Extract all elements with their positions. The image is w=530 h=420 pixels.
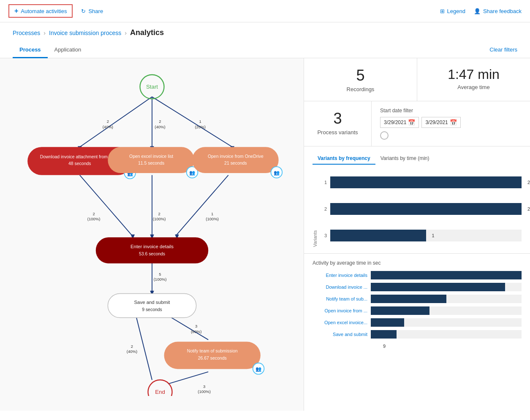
activity-row-3: Notify team of sub... 27 [313,295,522,303]
activity-fill-6 [371,330,397,339]
activity-label-6: Save and submit [313,332,367,337]
activity-row-2: Download invoice ... 48 [313,283,522,291]
edge-label-dl-det-num: 2 [92,211,95,216]
variants-label: Process variants [313,129,363,135]
toggle-button[interactable] [380,131,389,140]
activity-row-5: Open excel invoice... 12 [313,318,522,327]
chart-tab-time[interactable]: Variants by time (min) [375,153,435,165]
automate-label: Automate activities [21,8,67,14]
bar-container-3: 1 [330,230,522,241]
chart-y-label: Variants [313,171,318,247]
legend-button[interactable]: ⊞ Legend [440,8,465,14]
chart-tab-frequency[interactable]: Variants by frequency [313,153,375,165]
calendar-from-icon: 📅 [408,119,415,126]
breadcrumb-invoice[interactable]: Invoice submission process [49,30,121,36]
automate-button[interactable]: + Automate activities [8,4,73,18]
date-to-input[interactable]: 3/29/2021 📅 [421,117,460,128]
edge-label-s-od-num: 1 [199,119,201,124]
recordings-count: 5 [313,67,408,84]
recordings-stat: 5 Recordings [304,58,417,101]
activity-fill-4 [371,306,429,315]
avg-time-value: 1:47 min [426,67,522,82]
edge-label-save-end-num: 2 [131,344,133,349]
chart-tabs: Variants by frequency Variants by time (… [313,153,522,165]
breadcrumb: Processes › Invoice submission process ›… [0,22,530,43]
excel-label-2: 11.5 seconds [138,161,164,165]
excel-icon: 👥 [189,170,196,176]
onedrive-label-2: 21 seconds [224,161,247,165]
breadcrumb-current: Analytics [130,28,164,37]
edge-label-od-det-num: 1 [211,211,213,216]
breadcrumb-sep1: › [43,30,46,36]
bar-container-1: 2 [330,176,522,188]
edge-label-det-save-pct: (100%) [154,277,167,282]
variants-bar-chart: Variants 1 2 2 2 [313,171,522,247]
details-label-1: Enter invoice details [130,244,174,249]
activity-chart-title: Activity by average time in sec [313,260,522,266]
save-node-bg [108,293,196,317]
notify-node-bg [164,342,261,369]
bar-label-1: 1 [322,180,327,185]
activity-label-4: Open invoice from ... [313,308,367,313]
variants-row: 3 Process variants Start date filter 3/2… [304,101,530,146]
calendar-to-icon: 📅 [450,119,457,126]
svg-line-5 [176,175,228,236]
tab-application[interactable]: Application [48,43,88,58]
breadcrumb-processes[interactable]: Processes [13,30,40,36]
activity-bar-5: 12 [371,318,522,327]
start-label: Start [146,84,158,90]
avg-time-stat: 1:47 min Average time [417,58,530,101]
activity-fill-2 [371,283,505,291]
stats-row: 5 Recordings 1:47 min Average time [304,58,530,101]
date-from-input[interactable]: 3/29/2021 📅 [380,117,419,128]
feedback-button[interactable]: 👤 Share feedback [474,8,522,14]
legend-icon: ⊞ [440,8,445,14]
bar-row-2: 2 2 [322,203,522,215]
bar-value-2: 2 [527,206,530,211]
onedrive-icon: 👥 [274,170,280,176]
clear-filters-button[interactable]: Clear filters [489,46,517,53]
edge-label-det-save-num: 5 [159,272,161,276]
activity-label-5: Open excel invoice... [313,320,367,325]
edge-label-save-notify-pct: (60%) [191,329,201,334]
date-inputs: 3/29/2021 📅 3/29/2021 📅 [380,117,522,128]
bar-value-1: 2 [527,180,530,185]
main-content: 2 (40%) 2 (40%) 1 (20%) 2 (100%) 2 (100%… [0,58,530,411]
edge-label-save-notify-num: 3 [195,324,197,328]
edge-label-s-od-pct: (20%) [195,125,205,129]
activity-bar-1: 54 [371,271,522,279]
bar-label-3: 3 [322,233,327,238]
bar-value-3: 1 [432,233,434,238]
recordings-label: Recordings [313,86,408,92]
edge-label-notify-end-pct: (100%) [198,389,211,394]
breadcrumb-sep2: › [125,30,127,36]
bar-row-1: 1 2 [322,176,522,188]
tab-process[interactable]: Process [13,43,48,58]
details-label-2: 53.6 seconds [139,252,165,256]
edge-label-s-dl-pct: (40%) [103,125,113,129]
bar-fill-1: 2 [330,176,522,188]
svg-line-0 [80,97,152,147]
activity-row-4: Open invoice from ... 21 [313,306,522,315]
activity-label-2: Download invoice ... [313,285,367,290]
svg-line-7 [168,316,208,340]
edge-label-dl-det-pct: (100%) [87,217,101,221]
save-label-1: Save and submit [134,300,171,305]
excel-node-bg [108,147,194,173]
edge-label-ex-det-pct: (100%) [153,217,166,221]
edge-label-od-det-pct: (100%) [206,217,219,221]
share-label: Share [88,8,103,14]
plus-icon: + [14,7,18,15]
bar-container-2: 2 [330,203,522,215]
share-button[interactable]: ↻ Share [81,8,103,14]
end-label: End [155,389,165,395]
date-from-value: 3/29/2021 [384,119,406,125]
svg-line-9 [168,372,208,384]
legend-label: Legend [447,8,465,14]
notify-icon: 👥 [255,366,262,372]
download-label-1: Download invoice attachment from email [40,154,120,159]
activity-bar-6: 9 [371,330,522,339]
bar-label-2: 2 [322,206,327,211]
topbar-right: ⊞ Legend 👤 Share feedback [440,8,522,14]
activity-value-6: 9 [383,344,386,349]
